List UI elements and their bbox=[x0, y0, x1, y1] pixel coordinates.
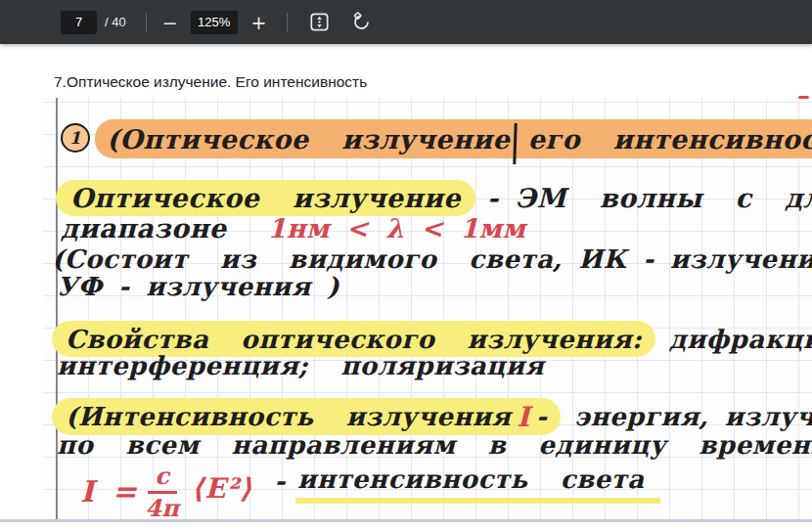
caption-dash: - bbox=[275, 466, 286, 496]
toolbar-divider bbox=[146, 13, 147, 32]
heading-text-1: (Оптическое излучение bbox=[107, 124, 510, 155]
formula-rhs: ⟨E²⟩ bbox=[191, 472, 252, 505]
formula-fraction: c 4π bbox=[143, 463, 181, 520]
properties-list: интерференция; поляризация bbox=[57, 351, 544, 380]
pdf-toolbar: 7 / 40 − 125% + bbox=[0, 0, 812, 44]
zoom-out-button[interactable]: − bbox=[162, 11, 178, 34]
zoom-level-value[interactable]: 125% bbox=[191, 11, 238, 34]
pdf-page: 7.Оптическое излучение. Его интенсивност… bbox=[0, 44, 812, 531]
red-margin-mark bbox=[798, 96, 809, 99]
pdf-viewer: 7 / 40 − 125% + 7.Оптическое излучение. … bbox=[0, 0, 812, 531]
properties-rest: дифракция; bbox=[669, 325, 812, 354]
page-title: 7.Оптическое излучение. Его интенсивност… bbox=[54, 73, 367, 91]
fit-to-page-icon bbox=[309, 12, 330, 32]
definition-line-2: диапазоне 1нм < λ < 1мм bbox=[61, 213, 525, 243]
heading-text-2: его интенсивность) bbox=[528, 124, 812, 155]
properties-term: Свойства оптического излучения: bbox=[66, 325, 642, 354]
section-number-badge: 1 bbox=[61, 123, 90, 153]
formula-denominator: 4π bbox=[143, 494, 181, 520]
fit-to-page-button[interactable] bbox=[309, 12, 330, 32]
intensity-term: (Интенсивность излучения bbox=[66, 402, 511, 431]
definition-line-1: Оптическое излучение - ЭМ волны с длиной… bbox=[56, 180, 812, 216]
rotate-counterclockwise-icon bbox=[351, 12, 372, 32]
definition-term: Оптическое излучение bbox=[70, 183, 461, 213]
heading-line: (Оптическое излучениеего интенсивность) bbox=[95, 119, 812, 158]
intensity-line-2: по всем направлениям в единицу времени bbox=[57, 430, 812, 460]
formula-caption: интенсивность света bbox=[295, 465, 660, 504]
formula-numerator: c bbox=[149, 463, 175, 491]
page-count-label: / 40 bbox=[105, 15, 126, 29]
rotate-button[interactable] bbox=[351, 12, 372, 32]
properties-line-2: интерференция; поляризация bbox=[57, 351, 544, 380]
definition-term-highlight: Оптическое излучение bbox=[56, 180, 475, 216]
range-label: диапазоне bbox=[61, 213, 226, 243]
intensity-formula-line: I = c 4π ⟨E²⟩ - интенсивность света bbox=[80, 463, 660, 520]
definition-rest: - ЭМ волны с длиной в bbox=[487, 183, 812, 213]
composition-text-2: УФ - излучения ) bbox=[57, 272, 339, 301]
page-number-input[interactable]: 7 bbox=[61, 11, 97, 34]
intensity-dash: - bbox=[536, 402, 547, 431]
zoom-in-button[interactable]: + bbox=[251, 11, 267, 34]
formula-lhs: I = bbox=[80, 474, 137, 509]
wavelength-range: 1нм < λ < 1мм bbox=[267, 213, 525, 243]
composition-text-1: (Состоит из видимого света, ИК - излучен… bbox=[52, 244, 812, 274]
notebook-bottom-edge bbox=[0, 519, 812, 522]
definition-line-3: (Состоит из видимого света, ИК - излучен… bbox=[52, 244, 812, 274]
intensity-symbol: I bbox=[517, 401, 530, 433]
intensity-rest: энергия, излуч. bbox=[574, 402, 812, 431]
definition-line-4: УФ - излучения ) bbox=[57, 272, 339, 301]
heading-highlight: (Оптическое излучениеего интенсивность) bbox=[95, 119, 812, 158]
toolbar-divider bbox=[287, 13, 288, 32]
pen-stroke bbox=[513, 123, 517, 164]
intensity-text-2: по всем направлениям в единицу времени bbox=[57, 430, 812, 460]
